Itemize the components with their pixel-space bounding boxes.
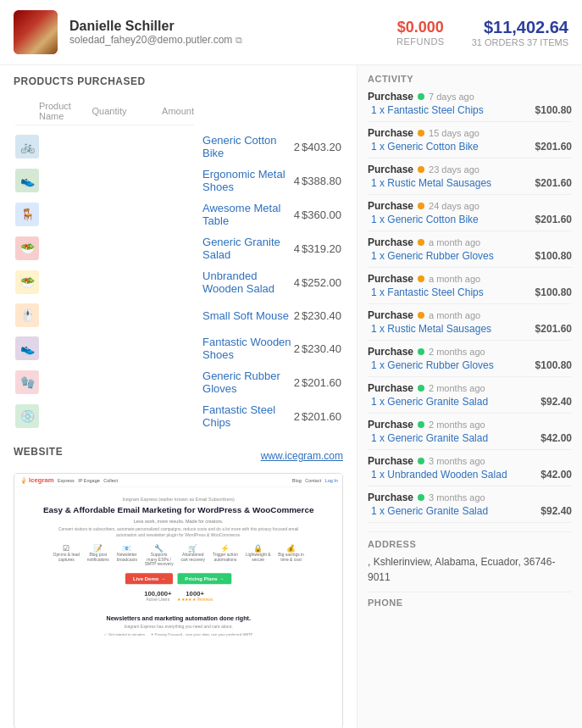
- website-preview-wrapper: 🍦 Icegram Express IP Engage Collect Blog…: [14, 474, 342, 728]
- website-section: WEBSITE www.icegram.com 🍦 Icegram Expres…: [14, 446, 343, 728]
- activity-product[interactable]: 1 x Rustic Metal Sausages: [371, 177, 491, 189]
- col-qty-header: Quantity: [84, 106, 135, 116]
- icegram-nav: 🍦 Icegram Express IP Engage Collect Blog…: [14, 474, 342, 487]
- website-url[interactable]: www.icegram.com: [261, 450, 343, 462]
- activity-header: Purchase 24 days ago: [368, 200, 572, 212]
- icegram-social: 100,000+ Active Users 1000+ ★★★★★ Review…: [24, 590, 333, 602]
- activity-dot: [418, 421, 424, 428]
- activity-item: 1 x Generic Granite Salad $42.00: [368, 432, 572, 444]
- live-demo-button[interactable]: Live Demo →: [125, 573, 173, 584]
- copy-icon[interactable]: ⧉: [236, 35, 242, 46]
- product-amount: $230.40: [302, 300, 341, 331]
- activity-type: Purchase: [368, 455, 413, 467]
- activity-time: 7 days ago: [429, 92, 474, 102]
- product-name[interactable]: Unbranded Wooden Salad: [202, 270, 274, 295]
- activity-dot: [418, 312, 424, 319]
- activity-dot: [418, 93, 424, 100]
- icegram-icons: ☑Opt-ins & leadcaptures 📝Blog postnotifi…: [24, 543, 333, 566]
- activity-type: Purchase: [368, 492, 413, 503]
- activity-time: 24 days ago: [429, 201, 479, 211]
- activity-header: Purchase 15 days ago: [368, 127, 572, 139]
- icegram-nav-right: Blog Contact Log In: [292, 478, 338, 483]
- activity-time: 23 days ago: [429, 164, 479, 175]
- table-row: 👟 Ergonomic Metal Shoes 4 $388.80: [15, 164, 341, 197]
- products-table: Product Name Quantity Amount 🚲 Generic C…: [14, 96, 343, 434]
- product-name[interactable]: Ergonomic Metal Shoes: [202, 168, 285, 193]
- product-qty: 2: [294, 300, 300, 331]
- activity-product[interactable]: 1 x Generic Cotton Bike: [371, 214, 479, 225]
- activity-dot: [418, 494, 424, 501]
- product-name[interactable]: Small Soft Mouse: [202, 309, 289, 322]
- user-info: Danielle Schiller soledad_fahey20@demo.p…: [69, 19, 396, 46]
- activity-group: Purchase 23 days ago 1 x Rustic Metal Sa…: [368, 164, 572, 195]
- activity-amount: $100.80: [535, 286, 572, 298]
- product-thumbnail: 🖱️: [15, 303, 39, 327]
- activity-group: Purchase 3 months ago 1 x Generic Granit…: [368, 492, 572, 523]
- table-row: 🚲 Generic Cotton Bike 2 $403.20: [15, 131, 341, 163]
- address-title: ADDRESS: [368, 539, 572, 549]
- activity-time: 2 months ago: [429, 383, 485, 393]
- icegram-logo: 🍦 Icegram: [19, 476, 54, 484]
- activity-time: 3 months ago: [429, 456, 485, 466]
- activity-type: Purchase: [368, 273, 413, 285]
- table-row: 💿 Fantastic Steel Chips 2 $201.60: [15, 400, 341, 432]
- icegram-subtitle: Less work, more results. Made for creato…: [24, 520, 333, 525]
- header: Danielle Schiller soledad_fahey20@demo.p…: [0, 0, 582, 65]
- header-stats: $0.000 REFUNDS $11,402.64 31 ORDERS 37 I…: [396, 18, 568, 47]
- table-row: 🥗 Unbranded Wooden Salad 4 $252.00: [15, 266, 341, 298]
- activity-group: Purchase 15 days ago 1 x Generic Cotton …: [368, 127, 572, 158]
- product-name[interactable]: Awesome Metal Table: [202, 202, 280, 227]
- table-row: 🥗 Generic Granite Salad 4 $319.20: [15, 232, 341, 264]
- activity-product[interactable]: 1 x Generic Granite Salad: [371, 505, 488, 517]
- activity-product[interactable]: 1 x Unbranded Wooden Salad: [371, 469, 507, 481]
- activity-header: Purchase 23 days ago: [368, 164, 572, 175]
- product-amount: $388.80: [302, 164, 341, 197]
- activity-time: 2 months ago: [429, 347, 485, 357]
- product-name[interactable]: Generic Rubber Gloves: [202, 370, 280, 395]
- activity-type: Purchase: [368, 309, 413, 321]
- activity-time: 15 days ago: [429, 128, 479, 138]
- product-qty: 4: [294, 266, 300, 298]
- activity-product[interactable]: 1 x Generic Cotton Bike: [371, 141, 479, 153]
- activity-product[interactable]: 1 x Generic Granite Salad: [371, 396, 488, 408]
- activity-amount: $100.80: [535, 359, 572, 371]
- product-name[interactable]: Fantastic Steel Chips: [202, 403, 275, 429]
- website-section-title: WEBSITE: [14, 446, 63, 458]
- activity-product[interactable]: 1 x Fantastic Steel Chips: [371, 286, 484, 298]
- website-header: WEBSITE www.icegram.com: [14, 446, 343, 466]
- activity-group: Purchase 7 days ago 1 x Fantastic Steel …: [368, 91, 572, 122]
- activity-dot: [418, 348, 424, 355]
- activity-item: 1 x Fantastic Steel Chips $100.80: [368, 286, 572, 298]
- activity-product[interactable]: 1 x Rustic Metal Sausages: [371, 323, 491, 335]
- activity-product[interactable]: 1 x Generic Granite Salad: [371, 432, 488, 444]
- product-thumbnail: 💿: [15, 404, 39, 428]
- product-qty: 2: [294, 400, 300, 432]
- table-row: 🖱️ Small Soft Mouse 2 $230.40: [15, 300, 341, 331]
- activity-time: a month ago: [429, 274, 480, 284]
- activity-dot: [418, 385, 424, 392]
- activity-amount: $92.40: [540, 396, 572, 408]
- pricing-plans-button[interactable]: Pricing Plans →: [178, 573, 232, 584]
- activity-product[interactable]: 1 x Generic Rubber Gloves: [371, 359, 494, 371]
- activity-type: Purchase: [368, 382, 413, 394]
- phone-section: PHONE: [368, 592, 572, 608]
- product-qty: 2: [294, 332, 300, 364]
- product-name[interactable]: Generic Granite Salad: [202, 236, 280, 261]
- address-section: ADDRESS , Kshlerinview, Alabama, Ecuador…: [368, 531, 572, 585]
- product-name[interactable]: Fantastic Wooden Shoes: [202, 336, 291, 361]
- product-qty: 4: [294, 164, 300, 197]
- user-email: soledad_fahey20@demo.putler.com ⧉: [69, 34, 396, 46]
- product-name[interactable]: Generic Cotton Bike: [202, 134, 276, 159]
- activity-type: Purchase: [368, 164, 413, 175]
- activity-product[interactable]: 1 x Generic Rubber Gloves: [371, 250, 494, 262]
- activity-group: Purchase 2 months ago 1 x Generic Granit…: [368, 419, 572, 450]
- product-amount: $201.60: [302, 366, 341, 398]
- product-amount: $252.00: [302, 266, 341, 298]
- refunds-amount: $0.000: [396, 19, 445, 36]
- activity-type: Purchase: [368, 419, 413, 431]
- activity-dot: [418, 275, 424, 282]
- activity-product[interactable]: 1 x Fantastic Steel Chips: [371, 104, 484, 116]
- activity-item: 1 x Generic Granite Salad $92.40: [368, 505, 572, 517]
- product-thumbnail: 👟: [15, 336, 39, 360]
- activity-group: Purchase 2 months ago 1 x Generic Granit…: [368, 382, 572, 414]
